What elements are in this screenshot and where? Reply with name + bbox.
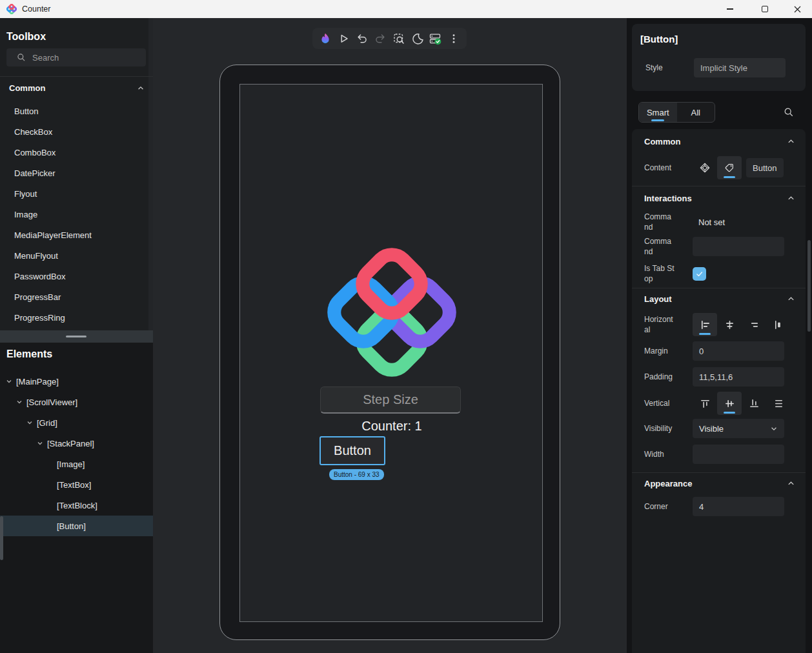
play-button[interactable] (336, 30, 352, 47)
elements-scrollbar[interactable] (0, 516, 3, 560)
toolbox-item-progressbar[interactable]: ProgressBar (0, 286, 148, 307)
padding-label: Padding (644, 372, 675, 382)
toolbox-search-input[interactable] (32, 53, 129, 63)
toolbox-item-image[interactable]: Image (0, 204, 148, 225)
chevron-down-icon (26, 419, 34, 427)
inspector-scrollbar[interactable] (807, 240, 811, 332)
tree-item-button-selected[interactable]: [Button] (0, 516, 153, 536)
tree-item-scrollviewer[interactable]: [ScrollViewer] (0, 392, 153, 412)
tree-item-mainpage[interactable]: [MainPage] (0, 371, 153, 392)
content-literal-button[interactable] (717, 156, 742, 179)
content-input[interactable] (746, 158, 784, 177)
section-appearance[interactable]: Appearance (644, 479, 795, 488)
section-common[interactable]: Common (644, 137, 795, 146)
dev-server-status-button[interactable] (427, 30, 443, 47)
toolbox-search-box[interactable] (6, 48, 146, 66)
tree-item-textblock[interactable]: [TextBlock] (0, 495, 153, 516)
toolbox-item-mediaplayerelement[interactable]: MediaPlayerElement (0, 225, 148, 245)
panel-splitter[interactable] (0, 330, 153, 343)
content-label: Content (644, 163, 675, 173)
toolbox-scrollbar[interactable] (148, 18, 153, 330)
valign-bottom-button[interactable] (742, 392, 766, 415)
titlebar: Counter (0, 0, 812, 18)
margin-input[interactable] (693, 341, 784, 361)
section-layout[interactable]: Layout (644, 294, 795, 304)
style-label: Style (645, 63, 676, 73)
command-input[interactable] (693, 237, 784, 256)
style-input[interactable] (694, 58, 786, 77)
section-interactions[interactable]: Interactions (644, 194, 795, 203)
width-input[interactable] (693, 445, 784, 464)
tree-item-image[interactable]: [Image] (0, 454, 153, 474)
selected-indicator (724, 176, 735, 178)
tree-item-stackpanel[interactable]: [StackPanel] (0, 433, 153, 454)
corner-input[interactable] (693, 497, 784, 516)
horizontal-alignment-label: Horizontal (644, 314, 675, 335)
align-center-icon (724, 319, 735, 330)
binding-web-icon (699, 162, 711, 174)
undo-button[interactable] (354, 30, 370, 47)
toolbox-section-common[interactable]: Common (9, 83, 145, 93)
chevron-down-icon (770, 425, 778, 432)
halign-center-button[interactable] (717, 313, 742, 336)
check-icon (695, 270, 704, 278)
app-rings-logo (319, 239, 465, 385)
align-vcenter-icon (724, 398, 735, 409)
command-parameter-label: Command (644, 236, 675, 257)
tree-item-grid[interactable]: [Grid] (0, 412, 153, 433)
divider (632, 472, 806, 473)
valign-top-button[interactable] (693, 392, 717, 415)
toolbox-item-checkbox[interactable]: CheckBox (0, 121, 148, 142)
content-binding-button[interactable] (693, 156, 717, 179)
inspect-icon (392, 32, 405, 45)
maximize-button[interactable] (750, 0, 780, 18)
design-image[interactable] (319, 239, 465, 385)
toolbox-item-datepicker[interactable]: DatePicker (0, 163, 148, 183)
valign-center-button[interactable] (717, 392, 742, 415)
halign-stretch-button[interactable] (766, 313, 791, 336)
is-tab-stop-checkbox[interactable] (693, 267, 706, 281)
design-canvas: Counter: 1 Button Button - 69 x 33 (153, 18, 627, 653)
close-button[interactable] (782, 0, 812, 18)
visibility-dropdown[interactable]: Visible (693, 419, 784, 438)
theme-toggle-button[interactable] (409, 30, 425, 47)
selected-indicator (699, 333, 711, 335)
hot-design-button[interactable] (317, 30, 334, 47)
redo-button[interactable] (372, 30, 389, 47)
chevron-up-icon (787, 479, 795, 488)
toolbox-item-progressring[interactable]: ProgressRing (0, 307, 148, 328)
toolbox-item-combobox[interactable]: ComboBox (0, 142, 148, 163)
halign-right-button[interactable] (742, 313, 766, 336)
command-label: Command (644, 212, 675, 232)
undo-icon (356, 32, 368, 45)
search-icon (17, 53, 26, 62)
toolbox-item-passwordbox[interactable]: PasswordBox (0, 266, 148, 286)
elements-pane: Elements [MainPage] [ScrollViewer] [Grid… (0, 343, 153, 653)
align-top-icon (700, 398, 711, 409)
is-tab-stop-label: Is Tab Stop (644, 263, 675, 284)
elements-title: Elements (6, 348, 52, 360)
tree-item-textbox[interactable]: [TextBox] (0, 474, 153, 495)
toolbox-item-flyout[interactable]: Flyout (0, 183, 148, 204)
minimize-button[interactable] (715, 0, 745, 18)
toolbox-item-button[interactable]: Button (0, 101, 148, 121)
align-right-icon (749, 319, 760, 330)
padding-input[interactable] (693, 367, 784, 387)
halign-left-button[interactable] (693, 313, 717, 336)
toolbox-title: Toolbox (6, 31, 46, 43)
command-value: Not set (698, 217, 725, 227)
close-icon (794, 6, 801, 13)
properties-search-button[interactable] (784, 107, 794, 117)
design-textbox[interactable] (320, 387, 461, 414)
tab-smart[interactable]: Smart (639, 103, 677, 122)
more-options-button[interactable] (445, 30, 462, 47)
device-screen: Counter: 1 Button Button - 69 x 33 (239, 84, 543, 622)
align-vstretch-icon (773, 398, 784, 409)
valign-stretch-button[interactable] (766, 392, 791, 415)
toolbox-item-menuflyout[interactable]: MenuFlyout (0, 245, 148, 266)
inspect-element-button[interactable] (391, 30, 407, 47)
design-button-selected[interactable]: Button (320, 436, 385, 465)
align-left-icon (700, 319, 711, 330)
tab-all[interactable]: All (677, 103, 715, 122)
selected-indicator (724, 412, 735, 414)
